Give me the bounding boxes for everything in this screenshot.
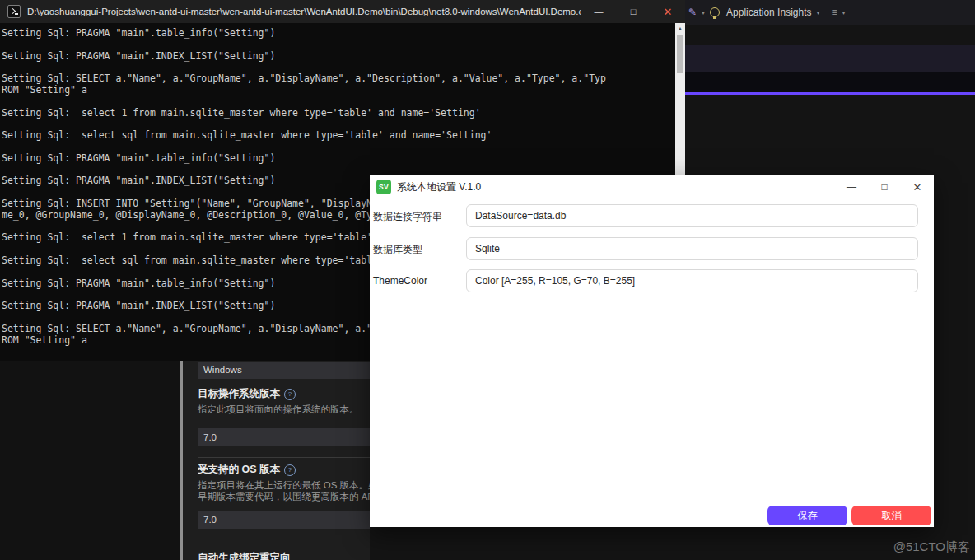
minimize-button[interactable]: — — [581, 0, 616, 23]
dialog-title: 系统本地设置 V.1.0 — [397, 180, 481, 194]
settings-dialog: SV 系统本地设置 V.1.0 — □ ✕ 数据连接字符串 数据库类型 Them… — [370, 175, 934, 527]
section-desc: 指定此项目将面向的操作系统的版本。 — [198, 404, 359, 416]
section-desc: 指定项目将在其上运行的最低 OS 版本。如果 — [198, 479, 370, 492]
vs-left-panel — [0, 361, 180, 560]
supported-os-version-input[interactable]: 7.0 — [198, 511, 370, 529]
minimize-button[interactable]: — — [835, 175, 868, 199]
help-icon[interactable]: ? — [284, 464, 296, 476]
close-button[interactable]: ✕ — [651, 0, 685, 23]
console-titlebar[interactable]: D:\yaoshuanggui-Projects\wen-antd-ui-mas… — [0, 0, 685, 23]
connection-string-input[interactable] — [466, 204, 918, 227]
vs-toolbar: ✎ ▾ Application Insights ▾ ≡ ▾ — [688, 0, 846, 25]
list-icon[interactable]: ≡ — [832, 7, 837, 18]
field-label-theme-color: ThemeColor — [373, 275, 427, 287]
watermark: @51CTO博客 — [893, 539, 970, 555]
maximize-button[interactable]: □ — [868, 175, 901, 199]
target-os-version-input[interactable]: 7.0 — [198, 428, 370, 446]
save-button[interactable]: 保存 — [767, 506, 847, 525]
field-label-database-type: 数据库类型 — [373, 243, 422, 257]
theme-color-input[interactable] — [466, 269, 918, 292]
help-icon[interactable]: ? — [284, 389, 296, 400]
chevron-down-icon[interactable]: ▾ — [702, 9, 705, 16]
scrollbar-thumb[interactable] — [677, 35, 683, 73]
application-insights-button[interactable]: Application Insights — [726, 7, 811, 18]
field-label-connection-string: 数据连接字符串 — [373, 210, 442, 224]
section-title-clipped: 自动生成绑定重定向 — [198, 551, 291, 560]
section-title-supported-os: 受支持的 OS 版本 ? — [198, 463, 296, 477]
cancel-button[interactable]: 取消 — [851, 506, 931, 525]
close-icon[interactable]: ✕ — [901, 175, 934, 199]
chevron-down-icon[interactable]: ▾ — [842, 9, 846, 16]
edit-icon[interactable]: ✎ — [688, 7, 697, 18]
target-framework-select[interactable]: Windows — [198, 362, 370, 379]
vs-editor-band — [685, 45, 975, 72]
divider — [198, 544, 370, 544]
vs-editor-band — [685, 72, 975, 92]
vs-property-page: Windows 目标操作系统版本 ? 指定此项目将面向的操作系统的版本。 7.0… — [183, 361, 370, 560]
chevron-down-icon[interactable]: ▾ — [816, 9, 819, 16]
section-desc: 早期版本需要代码，以围绕更高版本的 API 添 — [198, 491, 370, 503]
database-type-input[interactable] — [466, 237, 918, 260]
section-title-target-os: 目标操作系统版本 ? — [198, 387, 296, 401]
scroll-up-icon[interactable]: ▲ — [675, 23, 685, 33]
divider — [198, 457, 370, 458]
lightbulb-icon — [710, 7, 720, 17]
dialog-titlebar[interactable]: SV 系统本地设置 V.1.0 — □ ✕ — [370, 175, 934, 199]
cmd-icon — [7, 5, 21, 18]
vs-accent-line — [685, 92, 975, 95]
console-title: D:\yaoshuanggui-Projects\wen-antd-ui-mas… — [27, 7, 581, 16]
maximize-button[interactable]: □ — [616, 0, 651, 23]
dialog-app-icon: SV — [376, 180, 391, 194]
